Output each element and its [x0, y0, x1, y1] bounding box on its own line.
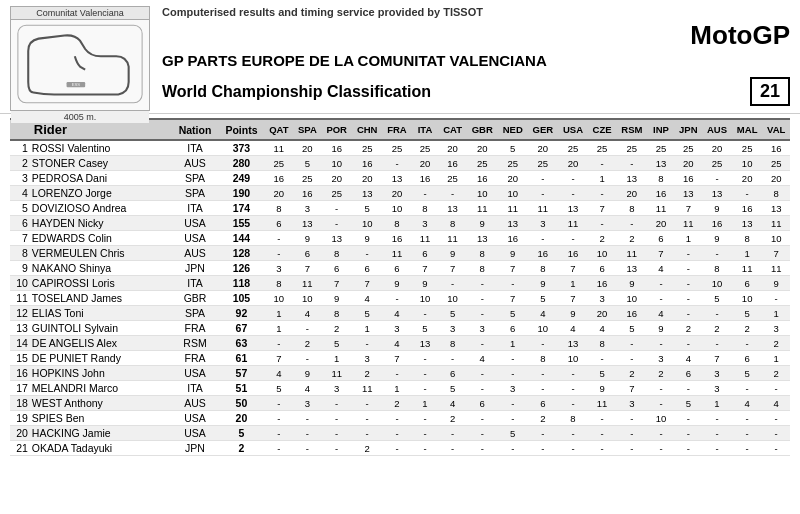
result-cell: - — [382, 366, 411, 381]
col-spa: SPA — [293, 119, 321, 140]
svg-text:ESS: ESS — [72, 82, 81, 87]
result-cell: 10 — [498, 186, 528, 201]
result-cell: 1 — [264, 306, 293, 321]
result-cell: 1 — [702, 396, 732, 411]
result-cell: 16 — [702, 216, 732, 231]
result-cell: 6 — [498, 321, 528, 336]
result-cell: - — [467, 381, 498, 396]
result-cell: 20 — [321, 171, 352, 186]
result-cell: 9 — [293, 231, 321, 246]
result-cell: 8 — [702, 261, 732, 276]
nation-cell: USA — [172, 231, 219, 246]
result-cell: 5 — [352, 201, 383, 216]
result-cell: 7 — [293, 261, 321, 276]
result-cell: 13 — [558, 201, 588, 216]
result-cell: 13 — [293, 216, 321, 231]
result-cell: 25 — [352, 140, 383, 156]
result-cell: 4 — [647, 306, 674, 321]
result-cell: - — [412, 351, 439, 366]
position-cell: 18 — [10, 396, 30, 411]
table-row: 10CAPIROSSI LorisITA1188117799---91169--… — [10, 276, 790, 291]
result-cell: 16 — [352, 156, 383, 171]
result-cell: 20 — [528, 140, 559, 156]
table-row: 19SPIES BenUSA20------2--28--10---- — [10, 411, 790, 426]
result-cell: 11 — [528, 201, 559, 216]
nation-cell: AUS — [172, 246, 219, 261]
result-cell: - — [762, 411, 790, 426]
result-cell: - — [382, 291, 411, 306]
rider-name-cell: ELIAS Toni — [30, 306, 172, 321]
col-chn: CHN — [352, 119, 383, 140]
result-cell: - — [588, 216, 616, 231]
result-cell: 25 — [467, 156, 498, 171]
position-cell: 6 — [10, 216, 30, 231]
rider-name-cell: CAPIROSSI Loris — [30, 276, 172, 291]
result-cell: 16 — [382, 231, 411, 246]
result-cell: 8 — [321, 246, 352, 261]
result-cell: 16 — [762, 140, 790, 156]
result-cell: 9 — [412, 276, 439, 291]
result-cell: - — [616, 336, 647, 351]
points-cell: 126 — [218, 261, 264, 276]
result-cell: 8 — [528, 261, 559, 276]
result-cell: 16 — [558, 246, 588, 261]
result-cell: 8 — [439, 336, 467, 351]
result-cell: 10 — [412, 291, 439, 306]
result-cell: 9 — [382, 276, 411, 291]
nation-cell: ITA — [172, 276, 219, 291]
result-cell: - — [528, 336, 559, 351]
result-cell: 7 — [674, 201, 702, 216]
result-cell: - — [321, 201, 352, 216]
result-cell: 6 — [382, 261, 411, 276]
result-cell: 2 — [702, 321, 732, 336]
result-cell: - — [321, 216, 352, 231]
position-cell: 15 — [10, 351, 30, 366]
table-row: 5DOVIZIOSO AndreaITA17483-51081311111113… — [10, 201, 790, 216]
track-distance: 4005 m. — [11, 110, 149, 123]
result-cell: 3 — [412, 216, 439, 231]
nation-cell: SPA — [172, 171, 219, 186]
result-cell: - — [498, 276, 528, 291]
result-cell: - — [467, 441, 498, 456]
result-cell: 6 — [732, 276, 762, 291]
result-cell: - — [647, 396, 674, 411]
result-cell: 25 — [702, 156, 732, 171]
nation-cell: AUS — [172, 156, 219, 171]
rider-name-cell: TOSELAND James — [30, 291, 172, 306]
result-cell: 16 — [528, 246, 559, 261]
rider-name-cell: DE ANGELIS Alex — [30, 336, 172, 351]
rider-name-cell: HOPKINS John — [30, 366, 172, 381]
result-cell: 1 — [321, 351, 352, 366]
result-cell: - — [674, 276, 702, 291]
result-cell: 6 — [293, 246, 321, 261]
result-cell: 4 — [352, 291, 383, 306]
result-cell: - — [674, 381, 702, 396]
result-cell: - — [674, 411, 702, 426]
result-cell: - — [412, 441, 439, 456]
result-cell: 1 — [762, 306, 790, 321]
result-cell: 5 — [674, 396, 702, 411]
result-cell: - — [762, 381, 790, 396]
result-cell: 7 — [498, 291, 528, 306]
result-cell: - — [467, 426, 498, 441]
table-row: 21OKADA TadayukiJPN2---2-------------- — [10, 441, 790, 456]
nation-cell: FRA — [172, 351, 219, 366]
points-cell: 118 — [218, 276, 264, 291]
result-cell: 16 — [412, 171, 439, 186]
table-row: 13GUINTOLI SylvainFRA671-213533610445922… — [10, 321, 790, 336]
col-ned: NED — [498, 119, 528, 140]
result-cell: 20 — [674, 156, 702, 171]
points-cell: 20 — [218, 411, 264, 426]
result-cell: - — [467, 366, 498, 381]
result-cell: - — [439, 426, 467, 441]
result-cell: 20 — [382, 186, 411, 201]
result-cell: 20 — [702, 140, 732, 156]
result-cell: - — [558, 186, 588, 201]
result-cell: 11 — [674, 216, 702, 231]
result-cell: 1 — [732, 246, 762, 261]
result-cell: 6 — [528, 396, 559, 411]
result-cell: 20 — [293, 140, 321, 156]
result-cell: 11 — [382, 246, 411, 261]
rider-name-cell: MELANDRI Marco — [30, 381, 172, 396]
result-cell: - — [352, 336, 383, 351]
